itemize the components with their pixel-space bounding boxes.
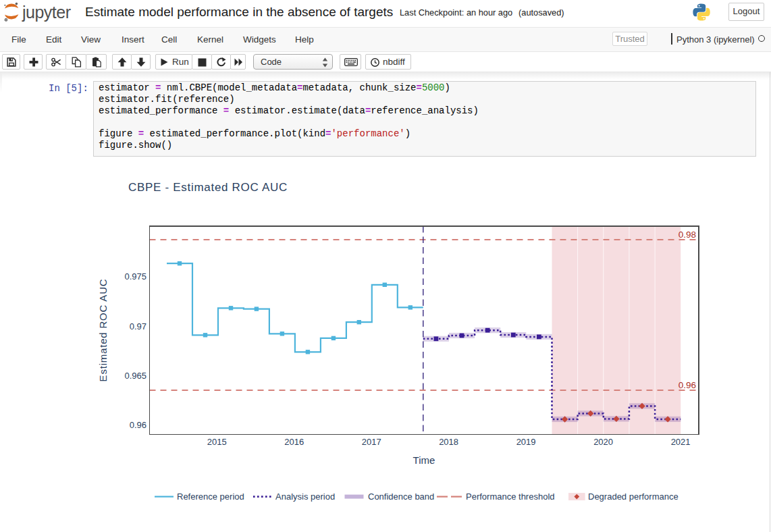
svg-text:2016: 2016 bbox=[284, 437, 304, 447]
svg-text:Time: Time bbox=[413, 454, 435, 466]
svg-text:0.96: 0.96 bbox=[130, 420, 147, 430]
svg-text:Performance threshold: Performance threshold bbox=[466, 491, 555, 502]
svg-text:2020: 2020 bbox=[593, 437, 613, 447]
svg-text:0.965: 0.965 bbox=[124, 371, 147, 381]
svg-text:Estimated ROC AUC: Estimated ROC AUC bbox=[97, 279, 109, 382]
svg-text:Analysis period: Analysis period bbox=[275, 491, 335, 502]
svg-text:2019: 2019 bbox=[516, 437, 536, 447]
svg-text:2021: 2021 bbox=[671, 437, 691, 447]
svg-text:0.96: 0.96 bbox=[679, 380, 696, 390]
svg-text:Reference period: Reference period bbox=[177, 491, 244, 502]
svg-text:2018: 2018 bbox=[439, 437, 458, 447]
svg-text:0.97: 0.97 bbox=[130, 321, 147, 331]
svg-text:Degraded performance: Degraded performance bbox=[588, 491, 679, 502]
svg-text:2015: 2015 bbox=[207, 437, 227, 447]
svg-text:CBPE - Estimated ROC AUC: CBPE - Estimated ROC AUC bbox=[128, 181, 288, 194]
svg-text:Confidence band: Confidence band bbox=[368, 491, 434, 502]
svg-text:jupyter: jupyter bbox=[22, 3, 71, 22]
svg-text:2017: 2017 bbox=[362, 437, 381, 447]
svg-text:0.975: 0.975 bbox=[124, 271, 147, 282]
svg-text:0.98: 0.98 bbox=[679, 230, 696, 240]
